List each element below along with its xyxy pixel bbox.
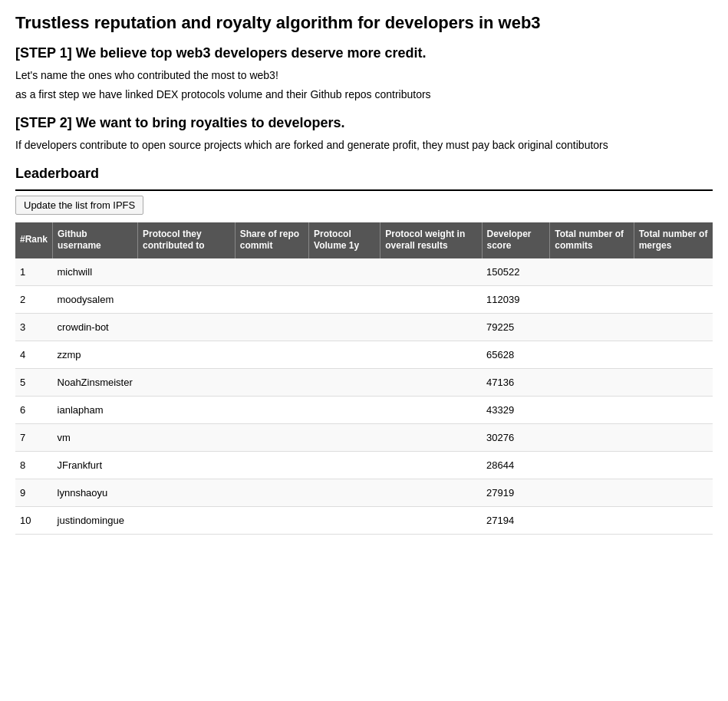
cell-volume (309, 285, 380, 313)
col-merges: Total number of merges (634, 222, 713, 258)
step2-heading: [STEP 2] We want to bring royalties to d… (15, 115, 713, 131)
cell-score: 43329 (482, 396, 550, 423)
cell-protocol (138, 258, 236, 286)
cell-share (235, 368, 308, 396)
cell-volume (309, 451, 380, 479)
cell-commits (550, 313, 634, 341)
cell-weight (380, 396, 482, 423)
cell-score: 79225 (482, 313, 550, 341)
cell-merges (634, 285, 713, 313)
cell-score: 150522 (482, 258, 550, 286)
cell-share (235, 341, 308, 368)
cell-rank: 3 (15, 313, 53, 341)
cell-merges (634, 396, 713, 423)
cell-weight (380, 341, 482, 368)
cell-weight (380, 423, 482, 451)
cell-username: ianlapham (53, 396, 138, 423)
cell-commits (550, 341, 634, 368)
cell-share (235, 396, 308, 423)
cell-weight (380, 285, 482, 313)
step1-heading: [STEP 1] We believe top web3 developers … (15, 45, 713, 61)
table-row: 1michwill150522 (15, 258, 713, 286)
cell-score: 27919 (482, 479, 550, 506)
cell-protocol (138, 423, 236, 451)
cell-username: michwill (53, 258, 138, 286)
cell-share (235, 506, 308, 534)
cell-volume (309, 423, 380, 451)
cell-merges (634, 341, 713, 368)
col-commits: Total number of commits (550, 222, 634, 258)
cell-weight (380, 368, 482, 396)
col-share: Share of repo commit (235, 222, 308, 258)
cell-rank: 6 (15, 396, 53, 423)
step2-section: [STEP 2] We want to bring royalties to d… (15, 115, 713, 153)
table-row: 2moodysalem112039 (15, 285, 713, 313)
col-volume: Protocol Volume 1y (309, 222, 380, 258)
cell-share (235, 285, 308, 313)
cell-share (235, 451, 308, 479)
cell-volume (309, 341, 380, 368)
cell-volume (309, 258, 380, 286)
step2-line1: If developers contribute to open source … (15, 137, 713, 153)
cell-rank: 5 (15, 368, 53, 396)
cell-merges (634, 368, 713, 396)
cell-weight (380, 479, 482, 506)
cell-share (235, 479, 308, 506)
cell-weight (380, 506, 482, 534)
cell-share (235, 423, 308, 451)
leaderboard-table: #Rank Github username Protocol they cont… (15, 222, 713, 535)
cell-score: 47136 (482, 368, 550, 396)
leaderboard-heading: Leaderboard (15, 166, 713, 182)
cell-username: vm (53, 423, 138, 451)
step1-line2: as a first step we have linked DEX proto… (15, 87, 713, 103)
table-row: 7vm30276 (15, 423, 713, 451)
cell-username: lynnshaoyu (53, 479, 138, 506)
cell-username: JFrankfurt (53, 451, 138, 479)
col-protocol: Protocol they contributed to (138, 222, 236, 258)
cell-rank: 8 (15, 451, 53, 479)
table-row: 10justindomingue27194 (15, 506, 713, 534)
col-username: Github username (53, 222, 138, 258)
cell-merges (634, 423, 713, 451)
cell-commits (550, 368, 634, 396)
cell-weight (380, 313, 482, 341)
cell-protocol (138, 396, 236, 423)
cell-protocol (138, 341, 236, 368)
cell-protocol (138, 313, 236, 341)
cell-username: zzmp (53, 341, 138, 368)
step1-section: [STEP 1] We believe top web3 developers … (15, 45, 713, 103)
cell-merges (634, 313, 713, 341)
cell-weight (380, 451, 482, 479)
cell-weight (380, 258, 482, 286)
cell-username: moodysalem (53, 285, 138, 313)
cell-commits (550, 258, 634, 286)
cell-score: 112039 (482, 285, 550, 313)
cell-share (235, 313, 308, 341)
cell-volume (309, 506, 380, 534)
table-row: 3crowdin-bot79225 (15, 313, 713, 341)
table-row: 9lynnshaoyu27919 (15, 479, 713, 506)
cell-commits (550, 423, 634, 451)
cell-volume (309, 313, 380, 341)
table-row: 8JFrankfurt28644 (15, 451, 713, 479)
cell-protocol (138, 285, 236, 313)
cell-protocol (138, 368, 236, 396)
col-rank: #Rank (15, 222, 53, 258)
cell-score: 27194 (482, 506, 550, 534)
cell-volume (309, 396, 380, 423)
step1-line1: Let's name the ones who contributed the … (15, 67, 713, 84)
cell-commits (550, 479, 634, 506)
cell-protocol (138, 479, 236, 506)
table-header-row: #Rank Github username Protocol they cont… (15, 222, 713, 258)
cell-commits (550, 396, 634, 423)
table-row: 4zzmp65628 (15, 341, 713, 368)
update-button[interactable]: Update the list from IPFS (15, 196, 143, 215)
cell-merges (634, 479, 713, 506)
cell-merges (634, 451, 713, 479)
cell-rank: 7 (15, 423, 53, 451)
cell-merges (634, 506, 713, 534)
cell-username: crowdin-bot (53, 313, 138, 341)
cell-score: 30276 (482, 423, 550, 451)
cell-share (235, 258, 308, 286)
col-weight: Protocol weight in overall results (380, 222, 482, 258)
